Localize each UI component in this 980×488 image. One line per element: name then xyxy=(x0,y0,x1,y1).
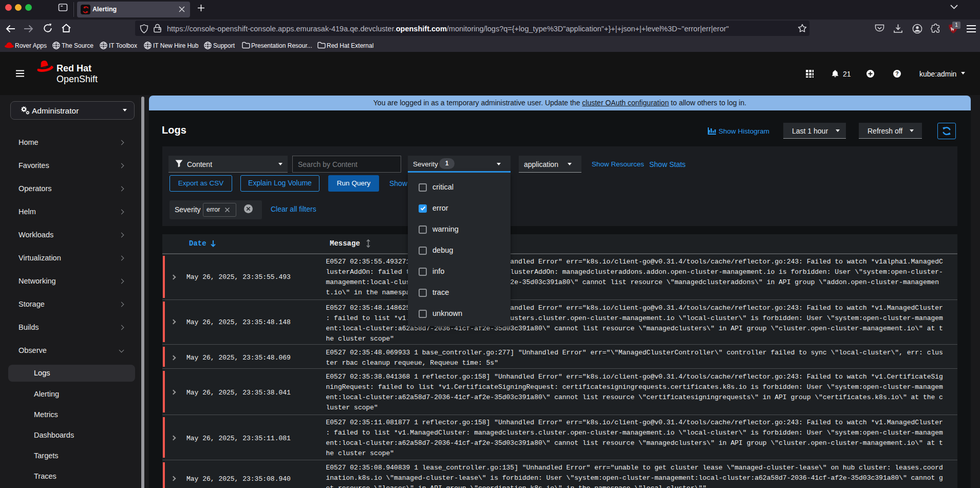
svg-text:?: ? xyxy=(895,70,898,77)
